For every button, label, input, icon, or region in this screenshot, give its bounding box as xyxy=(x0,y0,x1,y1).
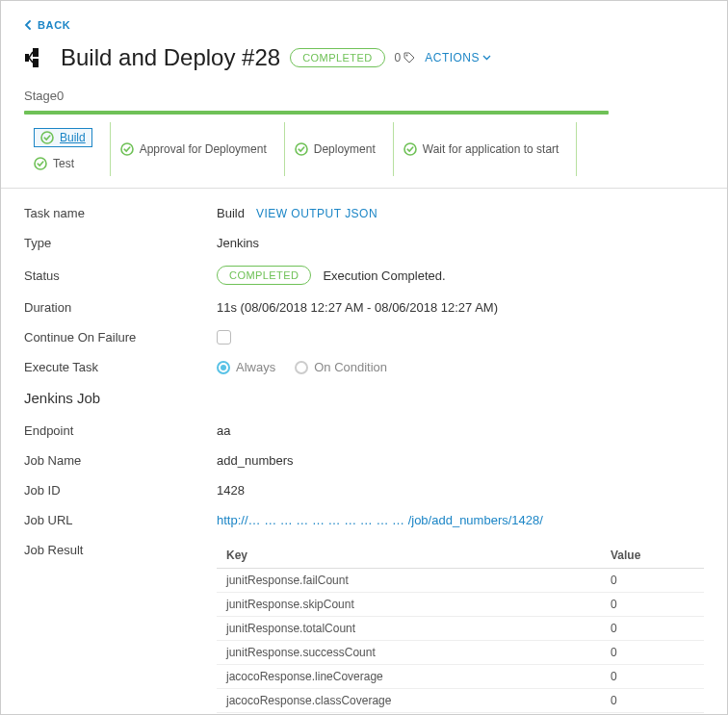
page-title: Build and Deploy #28 xyxy=(61,44,280,71)
jenkins-heading: Jenkins Job xyxy=(24,390,704,406)
section-divider xyxy=(1,188,727,189)
actions-menu[interactable]: ACTIONS xyxy=(425,51,491,64)
execute-on-condition-radio[interactable]: On Condition xyxy=(295,360,387,374)
stage-task-label: Test xyxy=(53,157,74,170)
stage-progress-bar xyxy=(24,111,609,115)
stage-task-column: Deployment xyxy=(285,122,394,176)
result-key: jacocoResponse.lineCoverage xyxy=(217,665,601,689)
view-output-json-link[interactable]: VIEW OUTPUT JSON xyxy=(256,207,377,220)
chevron-left-icon xyxy=(24,20,32,30)
table-row: junitResponse.successCount0 xyxy=(217,641,704,665)
table-row: jacocoResponse.classCoverage0 xyxy=(217,689,704,713)
stage-task[interactable]: Build xyxy=(34,128,92,147)
actions-label: ACTIONS xyxy=(425,51,480,64)
check-circle-icon xyxy=(34,157,47,170)
tag-icon xyxy=(403,52,415,64)
svg-rect-0 xyxy=(25,54,29,62)
label-duration: Duration xyxy=(24,300,217,315)
svg-line-4 xyxy=(29,58,33,63)
stage-task-column: Approval for Deployment xyxy=(111,122,285,176)
table-row: junitResponse.skipCount0 xyxy=(217,593,704,617)
table-row: junitResponse.totalCount0 xyxy=(217,617,704,641)
stage-task[interactable]: Deployment xyxy=(295,142,376,156)
pipeline-icon xyxy=(24,45,51,70)
result-key: jacocoResponse.classCoverage xyxy=(217,689,601,713)
radio-on-icon xyxy=(217,361,230,374)
result-header-key: Key xyxy=(217,543,601,569)
result-value: 0 xyxy=(601,593,704,617)
value-duration: 11s (08/06/2018 12:27 AM - 08/06/2018 12… xyxy=(217,300,498,315)
result-header-value: Value xyxy=(601,543,704,569)
result-key: junitResponse.failCount xyxy=(217,569,601,593)
svg-point-5 xyxy=(406,55,408,57)
value-status-badge: COMPLETED xyxy=(217,266,311,285)
result-value: 0 xyxy=(601,689,704,713)
execute-always-label: Always xyxy=(236,360,275,374)
result-value: 0 xyxy=(601,617,704,641)
value-task-name: Build xyxy=(217,206,245,220)
execute-on-condition-label: On Condition xyxy=(314,360,387,374)
label-job-name: Job Name xyxy=(24,453,217,468)
svg-line-3 xyxy=(29,52,33,58)
label-endpoint: Endpoint xyxy=(24,423,217,438)
label-execute-task: Execute Task xyxy=(24,360,217,374)
stage-tasks-row: BuildTestApproval for DeploymentDeployme… xyxy=(24,122,704,176)
stage-task[interactable]: Wait for application to start xyxy=(403,142,559,156)
job-result-table: Key Value junitResponse.failCount0junitR… xyxy=(217,543,704,713)
back-label: BACK xyxy=(38,19,70,31)
tag-count: 0 xyxy=(395,51,416,64)
table-row: junitResponse.failCount0 xyxy=(217,569,704,593)
stage-task-label: Wait for application to start xyxy=(423,142,559,156)
value-endpoint: aa xyxy=(217,423,230,438)
label-continue-on-failure: Continue On Failure xyxy=(24,330,217,345)
check-circle-icon xyxy=(40,131,54,144)
stage-task-label: Deployment xyxy=(314,142,376,156)
result-value: 0 xyxy=(601,641,704,665)
result-value: 0 xyxy=(601,569,704,593)
check-circle-icon xyxy=(120,142,134,156)
stage-name: Stage0 xyxy=(24,89,704,103)
value-job-id: 1428 xyxy=(217,483,245,498)
result-value: 0 xyxy=(601,665,704,689)
value-type: Jenkins xyxy=(217,236,259,250)
back-link[interactable]: BACK xyxy=(24,19,70,31)
stage-task-column: BuildTest xyxy=(24,122,111,176)
svg-rect-1 xyxy=(33,48,39,57)
check-circle-icon xyxy=(295,142,308,156)
label-status: Status xyxy=(24,268,217,283)
status-badge: COMPLETED xyxy=(290,48,384,67)
label-type: Type xyxy=(24,236,217,250)
result-key: junitResponse.totalCount xyxy=(217,617,601,641)
result-key: junitResponse.successCount xyxy=(217,641,601,665)
svg-rect-2 xyxy=(33,59,39,67)
radio-off-icon xyxy=(295,361,308,374)
chevron-down-icon xyxy=(482,55,491,61)
value-job-url[interactable]: http://… … … … … … … … … … /job/add_numb… xyxy=(217,513,543,527)
stage-task-column: Wait for application to start xyxy=(394,122,578,176)
title-row: Build and Deploy #28 COMPLETED 0 ACTIONS xyxy=(24,44,704,71)
execute-always-radio[interactable]: Always xyxy=(217,360,275,374)
tag-count-number: 0 xyxy=(395,51,402,64)
label-job-url: Job URL xyxy=(24,513,217,527)
stage-task[interactable]: Approval for Deployment xyxy=(120,142,267,156)
check-circle-icon xyxy=(403,142,417,156)
table-row: jacocoResponse.lineCoverage0 xyxy=(217,665,704,689)
value-status-text: Execution Completed. xyxy=(323,268,445,283)
label-task-name: Task name xyxy=(24,206,217,220)
stage-task[interactable]: Test xyxy=(34,157,92,170)
label-job-id: Job ID xyxy=(24,483,217,498)
result-key: junitResponse.skipCount xyxy=(217,593,601,617)
continue-on-failure-checkbox[interactable] xyxy=(217,330,231,345)
stage-task-label: Approval for Deployment xyxy=(140,142,267,156)
label-job-result: Job Result xyxy=(24,543,217,557)
value-job-name: add_numbers xyxy=(217,453,294,468)
stage-task-label[interactable]: Build xyxy=(60,131,86,144)
